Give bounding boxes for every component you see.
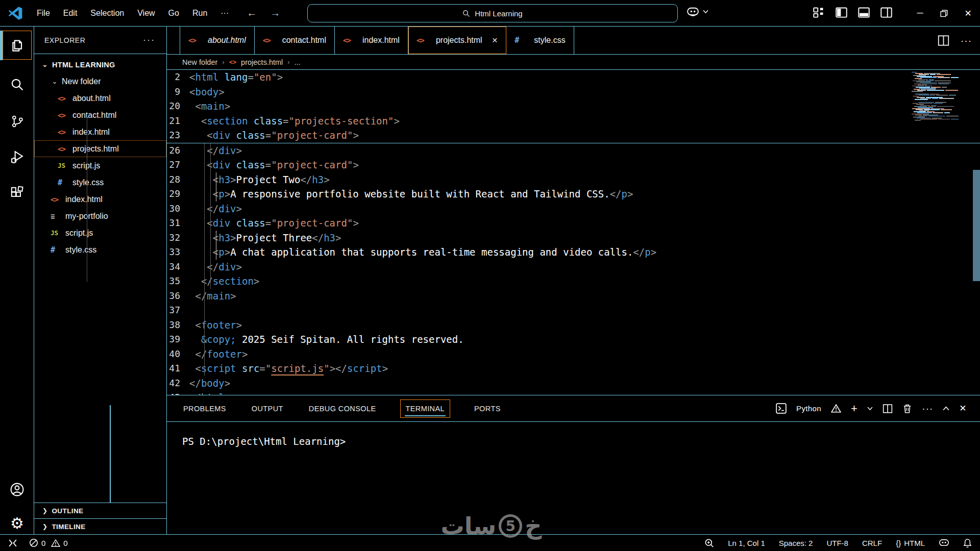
code-line[interactable]: 31 <div class="project-card"> <box>167 216 980 231</box>
code-line[interactable]: 2<html lang="en"> <box>167 70 980 85</box>
customize-layout-icon[interactable] <box>813 6 825 19</box>
tree-item-my-portfolio[interactable]: ≡my-portfolio <box>34 208 166 224</box>
panel-tab-terminal[interactable]: TERMINAL <box>401 400 450 417</box>
tab-projects-html[interactable]: <>projects.html✕ <box>408 27 506 54</box>
code-line[interactable]: 27 <div class="project-card"> <box>167 158 980 172</box>
window-close-button[interactable]: ✕ <box>956 0 980 27</box>
breadcrumb-item-[interactable]: ... <box>295 58 301 66</box>
activitybar-run-debug[interactable] <box>3 143 31 171</box>
code-line[interactable]: 30 </div> <box>167 202 980 216</box>
explorer-more-actions-icon[interactable]: ··· <box>143 35 155 45</box>
menu-go[interactable]: Go <box>162 9 186 18</box>
editor-more-actions-icon[interactable]: ··· <box>961 35 972 46</box>
window-minimize-button[interactable]: ─ <box>908 0 932 27</box>
split-terminal-icon[interactable] <box>883 404 893 414</box>
panel-tab-debug-console[interactable]: DEBUG CONSOLE <box>308 400 377 417</box>
code-line[interactable]: 36 </main> <box>167 289 980 304</box>
panel-tab-ports[interactable]: PORTS <box>473 400 502 417</box>
code-line[interactable]: 29 <p>A responsive portfolio website bui… <box>167 187 980 202</box>
command-search-box[interactable]: Html Learning <box>307 4 678 22</box>
tree-item-index-html[interactable]: <>index.html <box>34 123 166 140</box>
tab-index-html[interactable]: <>index.html <box>335 27 408 54</box>
terminal-shell-label[interactable]: Python <box>796 404 821 413</box>
breadcrumb-item-new-folder[interactable]: New folder <box>182 58 217 66</box>
panel-tab-problems[interactable]: PROBLEMS <box>182 400 227 417</box>
menu-file[interactable]: File <box>30 9 57 18</box>
code-line[interactable]: 43</html> <box>167 390 980 395</box>
code-line[interactable]: 23 <div class="project-card"> <box>167 128 980 143</box>
menu-view[interactable]: View <box>131 9 161 18</box>
close-panel-icon[interactable]: ✕ <box>959 403 967 414</box>
activitybar-extensions[interactable] <box>3 179 31 207</box>
section-timeline[interactable]: ❯TIMELINE <box>34 518 166 534</box>
menu-edit[interactable]: Edit <box>57 9 84 18</box>
tree-item-new-folder[interactable]: ⌄New folder <box>34 73 166 90</box>
code-line[interactable]: 9<body> <box>167 85 980 99</box>
line-number[interactable]: 39 <box>167 332 189 347</box>
copilot-menu[interactable] <box>687 6 708 17</box>
cursor-position[interactable]: Ln 1, Col 1 <box>728 539 765 547</box>
chevron-down-icon[interactable] <box>867 407 873 411</box>
kill-terminal-trash-icon[interactable] <box>902 404 912 414</box>
line-number[interactable]: 32 <box>167 231 189 245</box>
eol-setting[interactable]: CRLF <box>862 539 882 547</box>
line-number[interactable]: 28 <box>167 172 189 187</box>
line-number[interactable]: 26 <box>167 143 189 158</box>
line-number[interactable]: 34 <box>167 260 189 274</box>
code-line[interactable]: 38 <footer> <box>167 318 980 333</box>
toggle-sidebar-icon[interactable] <box>835 6 848 19</box>
line-number[interactable]: 23 <box>167 128 189 143</box>
code-line[interactable]: 40 </footer> <box>167 347 980 362</box>
line-number[interactable]: 9 <box>167 85 189 99</box>
code-line[interactable]: 28 <h3>Project Two</h3> <box>167 172 980 187</box>
nav-forward-icon[interactable]: → <box>270 7 280 19</box>
line-number[interactable]: 38 <box>167 318 189 333</box>
code-line[interactable]: 32 <h3>Project Three</h3> <box>167 231 980 245</box>
line-number[interactable]: 30 <box>167 202 189 216</box>
line-number[interactable]: 36 <box>167 289 189 304</box>
code-line[interactable]: 37 <box>167 303 980 318</box>
line-number[interactable]: 42 <box>167 376 189 391</box>
code-line[interactable]: 26 </div> <box>167 143 980 158</box>
split-editor-icon[interactable] <box>938 35 949 46</box>
code-line[interactable]: 39 &copy; 2025 Seif Spitan. All rights r… <box>167 332 980 347</box>
line-number[interactable]: 40 <box>167 347 189 362</box>
section-outline[interactable]: ❯OUTLINE <box>34 503 166 518</box>
line-number[interactable]: 20 <box>167 99 189 114</box>
line-number[interactable]: 31 <box>167 216 189 231</box>
line-number[interactable]: 33 <box>167 245 189 260</box>
panel-tab-output[interactable]: OUTPUT <box>251 400 284 417</box>
encoding-setting[interactable]: UTF-8 <box>826 539 848 547</box>
activitybar-search[interactable] <box>3 70 31 98</box>
activitybar-explorer[interactable] <box>3 31 31 59</box>
tree-item-about-html[interactable]: <>about.html <box>34 90 166 107</box>
code-editor[interactable]: 2<html lang="en">9<body>20 <main>21 <sec… <box>167 70 980 395</box>
activitybar-account[interactable] <box>3 475 31 504</box>
remote-indicator-icon[interactable] <box>7 538 18 548</box>
maximize-panel-icon[interactable] <box>943 406 949 411</box>
tree-item-contact-html[interactable]: <>contact.html <box>34 107 166 123</box>
code-line[interactable]: 42</body> <box>167 376 980 391</box>
notifications-bell-icon[interactable] <box>963 538 972 548</box>
code-line[interactable]: 41 <script src="script.js"></script> <box>167 361 980 376</box>
minimap[interactable] <box>912 72 959 121</box>
problems-status[interactable]: 0 0 <box>29 538 68 547</box>
toggle-secondary-sidebar-icon[interactable] <box>880 6 893 19</box>
tab-contact-html[interactable]: <>contact.html <box>255 27 335 54</box>
activitybar-source-control[interactable] <box>3 107 31 135</box>
tree-item-style-css[interactable]: #style.css <box>34 174 166 191</box>
menu-run[interactable]: Run <box>186 9 214 18</box>
tree-item-projects-html[interactable]: <>projects.html <box>34 140 166 157</box>
code-line[interactable]: 34 </div> <box>167 260 980 274</box>
code-line[interactable]: 20 <main> <box>167 99 980 114</box>
zoom-status-icon[interactable] <box>704 538 714 548</box>
menu-more[interactable]: ··· <box>214 9 235 18</box>
tab-about-html[interactable]: <>about.html <box>180 27 255 54</box>
code-line[interactable]: 33 <p>A chat application that supports r… <box>167 245 980 260</box>
line-number[interactable]: 41 <box>167 361 189 376</box>
indentation-setting[interactable]: Spaces: 2 <box>779 539 813 547</box>
code-line[interactable]: 35 </section> <box>167 274 980 289</box>
editor-scrollbar[interactable] <box>973 170 980 281</box>
tree-root-html-learning[interactable]: ⌄ HTML LEARNING <box>34 56 166 73</box>
breadcrumb-item-projects-html[interactable]: projects.html <box>241 58 283 66</box>
